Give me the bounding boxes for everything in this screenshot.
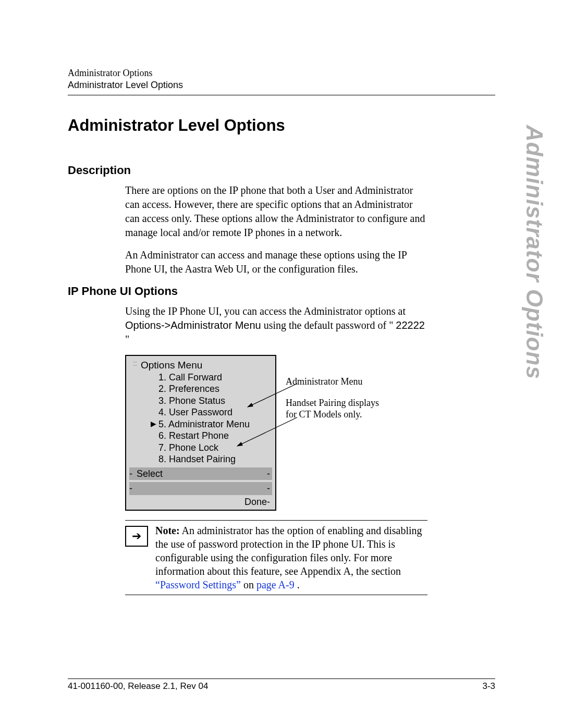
done-dash: - [267, 497, 270, 507]
description-para-1: There are options on the IP phone that b… [125, 183, 427, 240]
dash-left-2: - [129, 483, 137, 495]
screen-icon: :: [129, 359, 141, 465]
header-rule [68, 95, 495, 95]
link-page-a9[interactable]: page A-9 [256, 579, 295, 590]
dash-right-2: - [263, 483, 270, 495]
menu-title: Options Menu [141, 359, 272, 372]
menu-item-3: 3. Phone Status [156, 395, 225, 407]
softkey-done-line: Done- [129, 496, 272, 508]
intro-path: Options->Administrator Menu [125, 319, 261, 331]
note-text: Note: An administrator has the option of… [155, 524, 427, 591]
note-end: . [297, 579, 300, 590]
callout-handset-pairing: Handset Pairing displays for CT Models o… [286, 397, 390, 421]
ipphone-intro: Using the IP Phone UI, you can access th… [125, 304, 427, 347]
menu-item-7: 7. Phone Lock [156, 442, 218, 454]
footer-rule [68, 678, 495, 679]
softkey-row-1: - Select - [129, 467, 272, 480]
menu-item-8: 8. Handset Pairing [156, 453, 236, 465]
section-ipphone-heading: IP Phone UI Options [68, 285, 495, 298]
link-password-settings[interactable]: “Password Settings” [155, 579, 241, 590]
note-arrow-icon: ➔ [125, 526, 148, 547]
menu-pointer-icon: ▶ [141, 419, 156, 429]
description-para-2: An Administrator can access and manage t… [125, 248, 427, 276]
note-bold: Note: [155, 525, 180, 536]
intro-password: 22222 [396, 319, 425, 331]
menu-item-1: 1. Call Forward [156, 372, 222, 384]
running-subhead: Administrator Level Options [68, 80, 495, 91]
ipphone-body: Using the IP Phone UI, you can access th… [125, 304, 427, 595]
description-body: There are options on the IP phone that b… [125, 183, 427, 276]
side-label: Administrator Options [521, 125, 547, 379]
softkey-select: Select [137, 468, 263, 480]
intro-a: Using the IP Phone UI, you can access th… [125, 305, 406, 317]
dash-left: - [129, 468, 137, 480]
menu-item-5: 5. Administrator Menu [156, 418, 250, 430]
callout-admin-menu: Administrator Menu [286, 376, 390, 388]
footer-left: 41-001160-00, Release 2.1, Rev 04 [68, 681, 208, 692]
callout-text-column: Administrator Menu Handset Pairing displ… [286, 355, 390, 421]
running-head: Administrator Options [68, 68, 495, 79]
note-rule-top [125, 520, 427, 521]
menu-item-4: 4. User Password [156, 406, 232, 418]
note-block: ➔ Note: An administrator has the option … [125, 524, 427, 591]
phone-screen: :: Options Menu 1. Call Forward 2. Prefe… [125, 355, 276, 511]
note-rule-bottom [125, 595, 427, 595]
softkey-done: Done [244, 497, 267, 507]
options-menu-figure: :: Options Menu 1. Call Forward 2. Prefe… [125, 355, 427, 511]
note-text-a: An administrator has the option of enabl… [155, 525, 422, 577]
footer: 41-001160-00, Release 2.1, Rev 04 3-3 [68, 678, 495, 692]
softkey-blank [137, 483, 263, 495]
menu-item-6: 6. Restart Phone [156, 430, 229, 442]
footer-right: 3-3 [482, 681, 495, 692]
dash-right: - [263, 468, 270, 480]
intro-b: using the default password of " [264, 319, 394, 331]
menu-item-2: 2. Preferences [156, 383, 219, 395]
note-mid: on [243, 579, 256, 590]
intro-c: " [125, 334, 129, 345]
page-title: Administrator Level Options [68, 116, 495, 135]
section-description-heading: Description [68, 164, 495, 177]
page: Administrator Options Administrator Leve… [0, 0, 563, 728]
softkey-row-2: - - [129, 482, 272, 495]
